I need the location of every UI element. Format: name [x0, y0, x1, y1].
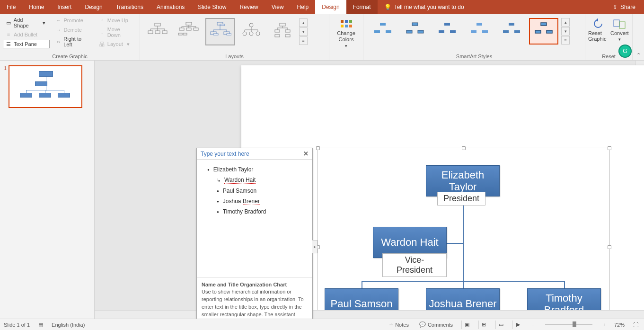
text-pane-body[interactable]: ●Elizabeth Taylor ↳Wardon Hait ●Paul Sam…: [197, 160, 312, 277]
slide-thumbnail-1[interactable]: [9, 65, 82, 108]
view-reading-button[interactable]: ▭: [495, 321, 506, 329]
org-node-name: Wardon Hait: [381, 236, 438, 248]
org-node-title: President: [443, 194, 479, 203]
text-pane-collapse-handle[interactable]: ▸: [312, 240, 318, 253]
collapse-ribbon-button[interactable]: ⌃: [633, 14, 644, 60]
promote-button[interactable]: ←Promote: [53, 16, 93, 25]
tab-file[interactable]: File: [0, 0, 22, 14]
status-spellcheck[interactable]: ▤: [36, 319, 45, 330]
layouts-scroll-up[interactable]: ▴: [299, 18, 308, 27]
view-sorter-button[interactable]: ⊞: [478, 321, 489, 329]
smartart-selection[interactable]: Elizabeth Taylor President Wardon Hait V…: [318, 148, 610, 319]
text-pane-item-label: Timothy Bradford: [223, 208, 266, 215]
text-pane-item[interactable]: ●Elizabeth Taylor: [201, 164, 309, 175]
styles-scroll-down[interactable]: ▾: [561, 27, 570, 36]
text-pane-item[interactable]: ●Joshua Brener: [201, 196, 309, 206]
style-option-2[interactable]: [400, 18, 430, 45]
share-icon: ⇪: [613, 4, 618, 10]
org-node-name: Paul Samson: [331, 298, 393, 310]
bullet-icon: ●: [207, 168, 210, 172]
text-pane-item[interactable]: ●Timothy Bradford: [201, 206, 309, 217]
convert-button[interactable]: Convert ▾: [610, 18, 630, 42]
tab-insert[interactable]: Insert: [51, 0, 78, 14]
text-pane-close-button[interactable]: ✕: [303, 150, 309, 157]
arrow-up-icon: ↑: [99, 17, 106, 24]
style-option-1[interactable]: [368, 18, 397, 45]
demote-button[interactable]: →Demote: [53, 26, 93, 34]
right-to-left-button[interactable]: ↔Right to Left: [53, 35, 93, 48]
zoom-slider[interactable]: [545, 324, 592, 325]
zoom-level[interactable]: 72%: [614, 322, 625, 328]
layout-button[interactable]: 品Layout▾: [97, 40, 137, 48]
layouts-more[interactable]: ≡: [299, 36, 308, 45]
text-pane-item[interactable]: ●Paul Samson: [201, 186, 309, 196]
promote-label: Promote: [63, 18, 83, 23]
tab-animations[interactable]: Animations: [150, 0, 191, 14]
tab-review[interactable]: Review: [233, 0, 265, 14]
svg-rect-51: [619, 22, 625, 28]
moveup-label: Move Up: [107, 18, 128, 23]
group-label-layouts: Layouts: [143, 53, 326, 59]
tab-transitions[interactable]: Transitions: [109, 0, 150, 14]
view-slideshow-button[interactable]: ▶: [512, 321, 523, 329]
svg-rect-42: [482, 30, 488, 33]
tab-format[interactable]: Format: [346, 0, 378, 14]
zoom-slider-thumb[interactable]: [573, 321, 576, 327]
notes-button[interactable]: ≐Notes: [387, 319, 411, 330]
text-pane-footer-title: Name and Title Organization Chart: [202, 281, 308, 289]
add-shape-label: Add Shape: [14, 17, 39, 28]
movedown-label: Move Down: [107, 27, 134, 38]
tab-help[interactable]: Help: [291, 0, 316, 14]
move-up-button[interactable]: ↑Move Up: [97, 16, 137, 25]
share-label: Share: [620, 4, 635, 10]
change-colors-button[interactable]: Change Colors ▾: [335, 18, 357, 49]
notes-label: Notes: [395, 322, 409, 328]
tell-me[interactable]: 💡 Tell me what you want to do: [378, 4, 471, 10]
tab-design-ribbon[interactable]: Design: [78, 0, 109, 14]
add-bullet-button[interactable]: ≡Add Bullet: [3, 30, 50, 39]
styles-more[interactable]: ≡: [561, 36, 570, 45]
zoom-out-button[interactable]: −: [529, 319, 536, 330]
text-pane-item[interactable]: ↳Wardon Hait: [201, 175, 309, 186]
share-button[interactable]: ⇪ Share: [604, 4, 644, 10]
add-shape-button[interactable]: ▭Add Shape▾: [3, 16, 50, 29]
svg-rect-20: [280, 23, 285, 26]
layout-option-1[interactable]: [143, 18, 172, 45]
move-down-button[interactable]: ↓Move Down: [97, 26, 137, 39]
tab-slideshow[interactable]: Slide Show: [191, 0, 233, 14]
reset-graphic-button[interactable]: Reset Graphic: [588, 18, 608, 42]
org-node-president[interactable]: Elizabeth Taylor President: [426, 165, 500, 196]
style-option-4[interactable]: [465, 18, 494, 45]
org-chart: Elizabeth Taylor President Wardon Hait V…: [318, 148, 609, 319]
tab-view[interactable]: View: [265, 0, 291, 14]
svg-rect-40: [476, 23, 482, 26]
style-option-5[interactable]: [497, 18, 526, 45]
add-shape-icon: ▭: [5, 19, 12, 26]
svg-rect-24: [285, 35, 290, 37]
layout-label: Layout: [107, 41, 123, 47]
layout-option-3-selected[interactable]: [205, 18, 235, 45]
tab-home[interactable]: Home: [22, 0, 51, 14]
status-slide-info: Slide 1 of 1: [4, 322, 30, 328]
styles-scroll-up[interactable]: ▴: [561, 18, 570, 27]
tab-smartart-design[interactable]: Design: [315, 0, 346, 14]
fit-to-window-button[interactable]: ⛶: [631, 319, 640, 330]
style-option-3[interactable]: [432, 18, 462, 45]
comments-button[interactable]: 💬Comments: [417, 319, 455, 330]
view-normal-button[interactable]: ▣: [461, 321, 472, 329]
layout-option-2[interactable]: [174, 18, 203, 45]
svg-rect-37: [444, 23, 450, 26]
org-node-vice-president[interactable]: Wardon Hait Vice-President: [373, 227, 447, 258]
ribbon: ▭Add Shape▾ ≡Add Bullet ☰Text Pane ←Prom…: [0, 14, 644, 61]
layout-option-5[interactable]: [268, 18, 297, 45]
svg-point-19: [256, 32, 260, 36]
grammarly-icon[interactable]: G: [618, 45, 632, 58]
status-language[interactable]: English (India): [52, 322, 85, 328]
scrollbar-horizontal[interactable]: [95, 310, 644, 319]
style-option-6-selected[interactable]: [529, 18, 558, 45]
bullet-icon: ●: [217, 199, 219, 204]
layouts-scroll-down[interactable]: ▾: [299, 27, 308, 36]
text-pane-button[interactable]: ☰Text Pane: [3, 40, 50, 48]
zoom-in-button[interactable]: +: [601, 319, 608, 330]
layout-option-4[interactable]: [237, 18, 266, 45]
